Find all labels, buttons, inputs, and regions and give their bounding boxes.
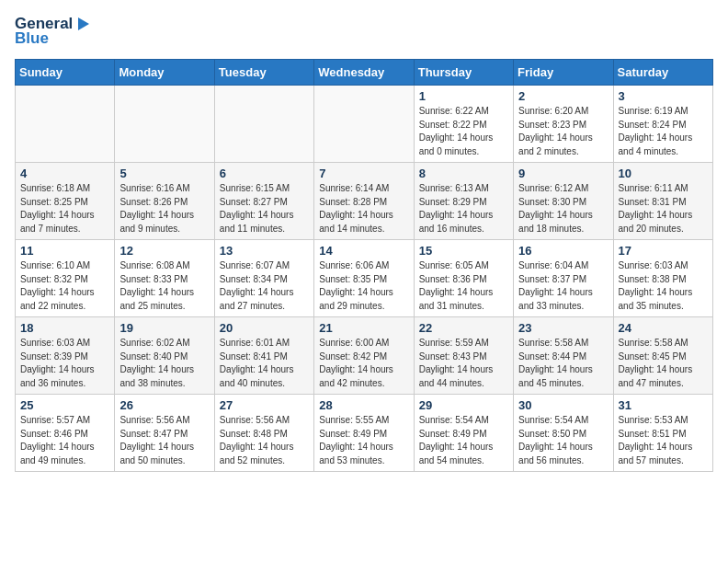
day-content: Sunrise: 6:20 AM Sunset: 8:23 PM Dayligh… [518, 105, 608, 158]
calendar-cell: 19Sunrise: 6:02 AM Sunset: 8:40 PM Dayli… [115, 317, 214, 395]
header-friday: Friday [514, 60, 613, 86]
calendar-cell: 4Sunrise: 6:18 AM Sunset: 8:25 PM Daylig… [16, 163, 115, 240]
day-content: Sunrise: 6:18 AM Sunset: 8:25 PM Dayligh… [20, 182, 109, 236]
calendar-cell: 31Sunrise: 5:53 AM Sunset: 8:51 PM Dayli… [613, 395, 712, 472]
day-number: 11 [20, 244, 109, 258]
day-number: 13 [220, 244, 309, 258]
calendar-cell: 11Sunrise: 6:10 AM Sunset: 8:32 PM Dayli… [16, 240, 115, 317]
day-content: Sunrise: 6:02 AM Sunset: 8:40 PM Dayligh… [119, 337, 209, 390]
calendar-cell: 14Sunrise: 6:06 AM Sunset: 8:35 PM Dayli… [314, 240, 414, 317]
day-content: Sunrise: 6:04 AM Sunset: 8:37 PM Dayligh… [518, 259, 608, 313]
day-content: Sunrise: 6:15 AM Sunset: 8:27 PM Dayligh… [220, 182, 309, 236]
day-content: Sunrise: 5:55 AM Sunset: 8:49 PM Dayligh… [319, 414, 408, 467]
calendar-cell: 6Sunrise: 6:15 AM Sunset: 8:27 PM Daylig… [214, 163, 313, 240]
calendar-cell: 3Sunrise: 6:19 AM Sunset: 8:24 PM Daylig… [613, 86, 712, 163]
calendar-table: SundayMondayTuesdayWednesdayThursdayFrid… [15, 59, 713, 472]
day-content: Sunrise: 5:58 AM Sunset: 8:44 PM Dayligh… [518, 337, 608, 390]
calendar-cell: 24Sunrise: 5:58 AM Sunset: 8:45 PM Dayli… [613, 317, 712, 395]
day-content: Sunrise: 5:53 AM Sunset: 8:51 PM Dayligh… [619, 414, 708, 467]
calendar-cell: 18Sunrise: 6:03 AM Sunset: 8:39 PM Dayli… [16, 317, 115, 395]
day-number: 15 [419, 244, 508, 258]
calendar-cell: 21Sunrise: 6:00 AM Sunset: 8:42 PM Dayli… [314, 317, 414, 395]
day-number: 16 [518, 244, 608, 258]
page-header: General Blue [15, 15, 713, 48]
calendar-cell [214, 86, 313, 163]
day-content: Sunrise: 6:14 AM Sunset: 8:28 PM Dayligh… [319, 182, 408, 236]
day-number: 4 [20, 167, 109, 180]
logo-blue: Blue [15, 29, 49, 48]
day-content: Sunrise: 6:10 AM Sunset: 8:32 PM Dayligh… [20, 259, 109, 313]
day-number: 31 [619, 398, 708, 412]
day-number: 6 [220, 167, 309, 180]
calendar-cell: 27Sunrise: 5:56 AM Sunset: 8:48 PM Dayli… [214, 395, 313, 472]
day-number: 14 [319, 244, 408, 258]
calendar-cell: 12Sunrise: 6:08 AM Sunset: 8:33 PM Dayli… [115, 240, 214, 317]
day-number: 22 [419, 321, 508, 335]
day-number: 21 [319, 321, 408, 335]
calendar-cell: 1Sunrise: 6:22 AM Sunset: 8:22 PM Daylig… [414, 86, 513, 163]
day-number: 23 [518, 321, 608, 335]
day-number: 28 [319, 398, 408, 412]
calendar-cell: 9Sunrise: 6:12 AM Sunset: 8:30 PM Daylig… [514, 163, 613, 240]
calendar-cell: 23Sunrise: 5:58 AM Sunset: 8:44 PM Dayli… [514, 317, 613, 395]
calendar-cell: 7Sunrise: 6:14 AM Sunset: 8:28 PM Daylig… [314, 163, 414, 240]
day-content: Sunrise: 6:13 AM Sunset: 8:29 PM Dayligh… [419, 182, 508, 236]
logo: General Blue [15, 15, 93, 48]
day-number: 3 [619, 89, 708, 103]
calendar-header-row: SundayMondayTuesdayWednesdayThursdayFrid… [16, 60, 713, 86]
day-content: Sunrise: 6:07 AM Sunset: 8:34 PM Dayligh… [220, 259, 309, 313]
day-content: Sunrise: 6:12 AM Sunset: 8:30 PM Dayligh… [518, 182, 608, 236]
day-content: Sunrise: 6:05 AM Sunset: 8:36 PM Dayligh… [419, 259, 508, 313]
svg-marker-0 [78, 17, 89, 30]
header-monday: Monday [115, 60, 214, 86]
calendar-cell: 26Sunrise: 5:56 AM Sunset: 8:47 PM Dayli… [115, 395, 214, 472]
day-content: Sunrise: 6:00 AM Sunset: 8:42 PM Dayligh… [319, 337, 408, 390]
calendar-cell [16, 86, 115, 163]
day-number: 17 [619, 244, 708, 258]
day-content: Sunrise: 6:16 AM Sunset: 8:26 PM Dayligh… [119, 182, 209, 236]
day-number: 30 [518, 398, 608, 412]
calendar-cell: 30Sunrise: 5:54 AM Sunset: 8:50 PM Dayli… [514, 395, 613, 472]
calendar-cell: 16Sunrise: 6:04 AM Sunset: 8:37 PM Dayli… [514, 240, 613, 317]
day-number: 12 [119, 244, 209, 258]
header-saturday: Saturday [613, 60, 712, 86]
day-number: 25 [20, 398, 109, 412]
calendar-cell: 28Sunrise: 5:55 AM Sunset: 8:49 PM Dayli… [314, 395, 414, 472]
day-content: Sunrise: 5:56 AM Sunset: 8:48 PM Dayligh… [220, 414, 309, 467]
calendar-cell: 8Sunrise: 6:13 AM Sunset: 8:29 PM Daylig… [414, 163, 513, 240]
day-content: Sunrise: 6:19 AM Sunset: 8:24 PM Dayligh… [619, 105, 708, 158]
day-number: 7 [319, 167, 408, 180]
day-content: Sunrise: 6:01 AM Sunset: 8:41 PM Dayligh… [220, 337, 309, 390]
day-number: 5 [119, 167, 209, 180]
day-content: Sunrise: 5:54 AM Sunset: 8:50 PM Dayligh… [518, 414, 608, 467]
week-row-3: 18Sunrise: 6:03 AM Sunset: 8:39 PM Dayli… [16, 317, 713, 395]
day-number: 10 [619, 167, 708, 180]
logo-arrow-icon [74, 15, 93, 33]
calendar-cell: 5Sunrise: 6:16 AM Sunset: 8:26 PM Daylig… [115, 163, 214, 240]
week-row-2: 11Sunrise: 6:10 AM Sunset: 8:32 PM Dayli… [16, 240, 713, 317]
day-content: Sunrise: 5:58 AM Sunset: 8:45 PM Dayligh… [619, 337, 708, 390]
calendar-cell: 2Sunrise: 6:20 AM Sunset: 8:23 PM Daylig… [514, 86, 613, 163]
day-number: 2 [518, 89, 608, 103]
day-number: 24 [619, 321, 708, 335]
day-number: 18 [20, 321, 109, 335]
day-content: Sunrise: 5:54 AM Sunset: 8:49 PM Dayligh… [419, 414, 508, 467]
week-row-4: 25Sunrise: 5:57 AM Sunset: 8:46 PM Dayli… [16, 395, 713, 472]
calendar-cell: 20Sunrise: 6:01 AM Sunset: 8:41 PM Dayli… [214, 317, 313, 395]
calendar-cell: 22Sunrise: 5:59 AM Sunset: 8:43 PM Dayli… [414, 317, 513, 395]
calendar-cell [314, 86, 414, 163]
day-content: Sunrise: 6:08 AM Sunset: 8:33 PM Dayligh… [119, 259, 209, 313]
day-number: 1 [419, 89, 508, 103]
day-number: 20 [220, 321, 309, 335]
calendar-cell: 10Sunrise: 6:11 AM Sunset: 8:31 PM Dayli… [613, 163, 712, 240]
calendar-cell [115, 86, 214, 163]
day-number: 8 [419, 167, 508, 180]
day-number: 27 [220, 398, 309, 412]
header-tuesday: Tuesday [214, 60, 313, 86]
calendar-cell: 17Sunrise: 6:03 AM Sunset: 8:38 PM Dayli… [613, 240, 712, 317]
header-wednesday: Wednesday [314, 60, 414, 86]
calendar-cell: 15Sunrise: 6:05 AM Sunset: 8:36 PM Dayli… [414, 240, 513, 317]
header-thursday: Thursday [414, 60, 513, 86]
day-content: Sunrise: 6:11 AM Sunset: 8:31 PM Dayligh… [619, 182, 708, 236]
day-number: 19 [119, 321, 209, 335]
